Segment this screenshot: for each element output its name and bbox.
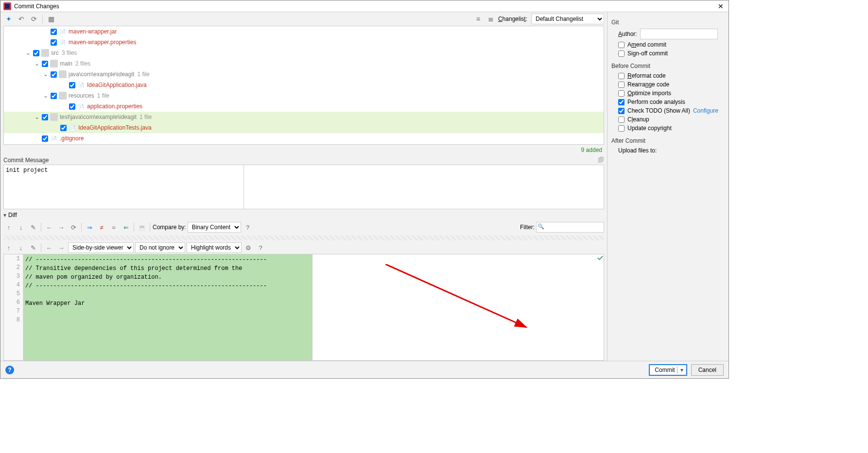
tree-checkbox[interactable] <box>51 39 57 46</box>
diff-code-right[interactable] <box>312 254 604 360</box>
highlight-mode-combo[interactable]: Highlight words <box>187 242 242 253</box>
changes-tree[interactable]: 📄maven-wrapper.jar📄maven-wrapper.propert… <box>3 26 604 145</box>
tree-row[interactable]: 📄IdeaGitApplication.java <box>4 80 604 90</box>
copyright-checkbox[interactable] <box>618 125 625 132</box>
tree-row[interactable]: 📄application.properties <box>4 101 604 112</box>
undo-icon[interactable]: ↶ <box>16 14 27 24</box>
changelist-combo[interactable]: Default Changelist <box>531 14 604 24</box>
tree-item-name: maven-wrapper.properties <box>69 39 136 46</box>
tree-item-suffix: 2 files <box>75 60 90 67</box>
amend-checkbox[interactable] <box>618 42 625 48</box>
not-equal-icon[interactable]: ≠ <box>96 222 107 233</box>
tree-row[interactable]: ⌄ resources1 file <box>4 90 604 101</box>
changes-toolbar: ✦ ↶ ⟳ ▦ ≡ ≣ Changelist: Default Changeli… <box>0 12 607 26</box>
tree-row[interactable]: 📄maven-wrapper.jar <box>4 26 604 37</box>
commit-dropdown-icon[interactable]: ▾ <box>677 367 684 373</box>
before-commit-title: Before Commit <box>608 61 729 71</box>
refresh-diff-icon[interactable]: ⟳ <box>68 222 79 233</box>
back2-icon[interactable]: ← <box>44 242 54 253</box>
tree-checkbox[interactable] <box>33 50 39 56</box>
tree-item-name: main <box>60 60 72 67</box>
filter-label: Filter: <box>520 224 535 231</box>
analysis-label: Perform code analysis <box>627 99 685 105</box>
tree-checkbox[interactable] <box>51 71 57 78</box>
tree-checkbox[interactable] <box>69 82 75 88</box>
tree-row[interactable]: ⌄ java\com\example\ideagit1 file <box>4 69 604 80</box>
tree-item-name: maven-wrapper.jar <box>69 28 117 35</box>
tree-row[interactable]: ⌄ src3 files <box>4 48 604 58</box>
edit2-icon[interactable]: ✎ <box>28 242 38 253</box>
filter-input[interactable] <box>536 222 604 233</box>
tree-row[interactable]: 📄IdeaGitApplicationTests.java <box>4 122 604 133</box>
cleanup-checkbox[interactable] <box>618 117 625 123</box>
configure-link[interactable]: Configure <box>693 107 718 114</box>
prev-change-icon[interactable]: ↑ <box>3 242 14 253</box>
next-change-icon[interactable]: ↓ <box>16 242 26 253</box>
tree-checkbox[interactable] <box>42 61 48 67</box>
todo-checkbox[interactable] <box>618 108 625 114</box>
next-diff-icon[interactable]: ↓ <box>16 222 26 233</box>
tree-item-name: src <box>51 50 59 56</box>
viewer-mode-combo[interactable]: Side-by-side viewer <box>68 242 134 253</box>
tree-checkbox[interactable] <box>51 93 57 99</box>
help-button[interactable]: ? <box>5 366 14 374</box>
signoff-checkbox[interactable] <box>618 50 625 57</box>
accept-left-icon[interactable]: ⇒ <box>84 222 95 233</box>
commit-message-label: Commit Message <box>3 157 49 164</box>
chevron-icon[interactable]: ⌄ <box>43 92 49 99</box>
tree-row[interactable]: 📄.gitignore <box>4 133 604 144</box>
compare-by-combo[interactable]: Binary Content <box>188 222 241 233</box>
collapse-icon[interactable]: ≣ <box>486 14 496 24</box>
author-input[interactable] <box>640 29 718 39</box>
optimize-checkbox[interactable] <box>618 90 625 97</box>
cancel-button[interactable]: Cancel <box>691 364 724 376</box>
merge-icon[interactable]: ⬒ <box>137 222 147 233</box>
forward-icon[interactable]: → <box>56 222 67 233</box>
tree-item-name: resources <box>69 92 94 99</box>
group-icon[interactable]: ▦ <box>46 14 56 24</box>
add-icon[interactable]: ✦ <box>3 14 14 24</box>
commit-message-input[interactable]: init project <box>3 165 604 209</box>
titlebar: Commit Changes ✕ <box>0 0 729 12</box>
tree-checkbox[interactable] <box>60 125 67 131</box>
prev-diff-icon[interactable]: ↑ <box>3 222 14 233</box>
tree-row[interactable]: 📄maven-wrapper.properties <box>4 37 604 48</box>
tree-checkbox[interactable] <box>42 114 48 120</box>
tree-item-suffix: 3 files <box>62 50 77 56</box>
tree-item-name: application.properties <box>87 103 142 110</box>
diff-header[interactable]: ▾ Diff <box>3 210 604 220</box>
back-icon[interactable]: ← <box>44 222 54 233</box>
chevron-icon[interactable]: ⌄ <box>34 60 40 67</box>
tree-row[interactable]: ⌄ main2 files <box>4 58 604 69</box>
added-count: 9 added <box>0 145 607 155</box>
folder-icon <box>50 113 58 121</box>
diff-code-left[interactable]: // -------------------------------------… <box>23 254 312 360</box>
chevron-icon[interactable]: ⌄ <box>43 71 49 78</box>
tree-checkbox[interactable] <box>42 135 48 142</box>
accept-right-icon[interactable]: ⇐ <box>121 222 131 233</box>
rearrange-checkbox[interactable] <box>618 82 625 88</box>
equal-icon[interactable]: = <box>108 222 119 233</box>
gear-icon[interactable]: ⚙ <box>243 242 254 253</box>
chevron-icon[interactable]: ⌄ <box>34 114 40 120</box>
check-icon <box>597 254 604 261</box>
tree-checkbox[interactable] <box>51 29 57 35</box>
commit-message-text[interactable]: init project <box>4 165 244 209</box>
commit-button[interactable]: Commit▾ <box>649 364 687 376</box>
reformat-checkbox[interactable] <box>618 73 625 79</box>
tree-row[interactable]: ⌄ test\java\com\example\ideagit1 file <box>4 112 604 122</box>
diff-view[interactable]: 12345678 // ----------------------------… <box>3 254 604 361</box>
svg-line-0 <box>385 264 526 327</box>
message-history-icon[interactable]: 🗐 <box>598 156 604 164</box>
refresh-icon[interactable]: ⟳ <box>29 14 39 24</box>
close-icon[interactable]: ✕ <box>716 2 726 10</box>
help-icon[interactable]: ? <box>243 222 253 233</box>
help2-icon[interactable]: ? <box>255 242 266 253</box>
analysis-checkbox[interactable] <box>618 99 625 105</box>
chevron-icon[interactable]: ⌄ <box>25 50 31 56</box>
tree-checkbox[interactable] <box>69 103 75 110</box>
expand-icon[interactable]: ≡ <box>473 14 484 24</box>
ignore-mode-combo[interactable]: Do not ignore <box>135 242 185 253</box>
forward2-icon[interactable]: → <box>56 242 67 253</box>
edit-icon[interactable]: ✎ <box>28 222 38 233</box>
